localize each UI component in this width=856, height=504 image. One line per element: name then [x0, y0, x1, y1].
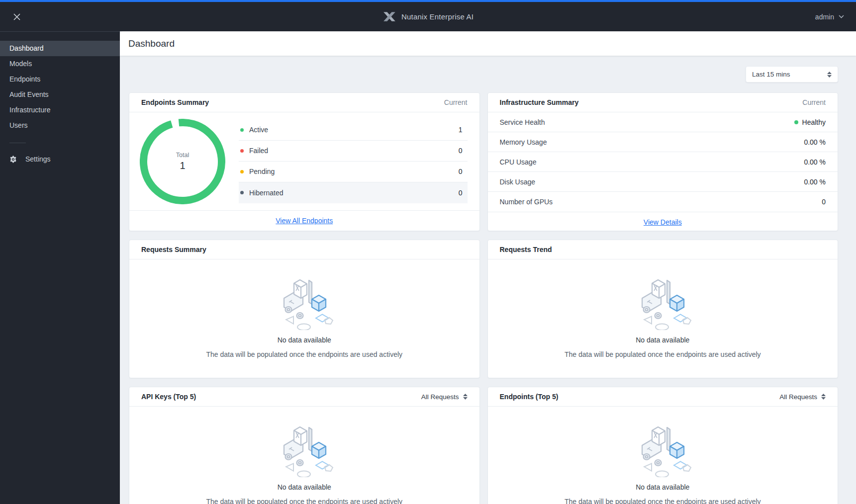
brand: Nutanix Enterprise AI: [382, 11, 474, 22]
donut-total-label: Total: [176, 152, 189, 159]
endpoints-top-filter-value: All Requests: [779, 393, 817, 401]
legend-row-active: Active 1: [239, 120, 468, 141]
info-value: 0.00 %: [804, 178, 826, 186]
legend-label: Hibernated: [249, 189, 284, 197]
legend-label: Pending: [249, 168, 275, 175]
user-name: admin: [815, 13, 834, 21]
sidebar-item-users[interactable]: Users: [0, 118, 120, 133]
endpoints-top-title: Endpoints (Top 5): [500, 393, 559, 401]
select-arrows-icon: [821, 394, 826, 400]
no-data-illustration: [272, 419, 337, 477]
api-keys-filter-select[interactable]: All Requests: [421, 393, 468, 401]
app-header: Nutanix Enterprise AI admin: [0, 2, 856, 31]
main-panel: Dashboard Last 15 mins Endpoints Summary…: [120, 31, 856, 504]
empty-state-subtitle: The data will be populated once the endp…: [206, 498, 402, 504]
sidebar-item-infrastructure[interactable]: Infrastructure: [0, 102, 120, 118]
legend-value: 0: [459, 168, 463, 175]
disk-usage-row: Disk Usage 0.00 %: [488, 172, 838, 192]
memory-usage-row: Memory Usage 0.00 %: [488, 132, 838, 152]
failed-dot: [240, 149, 244, 153]
info-label: Service Health: [500, 118, 545, 126]
service-health-row: Service Health Healthy: [488, 112, 838, 132]
gear-icon: [9, 156, 17, 163]
requests-trend-title: Requests Trend: [500, 246, 552, 253]
donut-total-value: 1: [176, 160, 189, 171]
requests-trend-card: Requests Trend No data available The dat…: [487, 240, 839, 378]
endpoints-legend: Active 1 Failed 0 Pending: [239, 120, 468, 203]
legend-value: 0: [459, 147, 463, 155]
infrastructure-summary-column: Current: [802, 98, 826, 106]
cpu-usage-row: CPU Usage 0.00 %: [488, 152, 838, 172]
empty-state-title: No data available: [636, 483, 689, 491]
legend-value: 0: [459, 189, 463, 197]
info-label: Disk Usage: [500, 178, 536, 186]
api-keys-card: API Keys (Top 5) All Requests No data av…: [129, 387, 480, 504]
view-all-endpoints-link[interactable]: View All Endpoints: [276, 217, 333, 225]
sidebar-item-endpoints[interactable]: Endpoints: [0, 72, 120, 87]
content-area: Last 15 mins Endpoints Summary Current: [120, 56, 856, 504]
time-range-value: Last 15 mins: [752, 71, 790, 78]
gpus-row: Number of GPUs 0: [488, 192, 838, 212]
info-value: Healthy: [802, 118, 826, 126]
sidebar-item-models[interactable]: Models: [0, 56, 120, 72]
legend-row-failed: Failed 0: [239, 141, 468, 162]
info-value: 0.00 %: [804, 158, 826, 166]
pending-dot: [240, 170, 244, 173]
endpoints-donut-chart: Total 1: [137, 119, 228, 204]
endpoints-top-filter-select[interactable]: All Requests: [779, 393, 826, 401]
sidebar: Dashboard Models Endpoints Audit Events …: [0, 31, 120, 504]
legend-label: Active: [249, 126, 268, 134]
select-arrows-icon: [827, 72, 832, 78]
api-keys-title: API Keys (Top 5): [141, 393, 196, 401]
sidebar-item-dashboard[interactable]: Dashboard: [0, 41, 120, 56]
info-value: 0.00 %: [804, 138, 826, 146]
sidebar-item-audit-events[interactable]: Audit Events: [0, 87, 120, 102]
legend-row-hibernated: Hibernated 0: [239, 182, 468, 203]
info-label: CPU Usage: [500, 158, 537, 166]
info-value: 0: [822, 198, 826, 206]
chevron-down-icon: [839, 15, 844, 18]
empty-state-title: No data available: [278, 483, 331, 491]
view-details-link[interactable]: View Details: [644, 218, 682, 226]
empty-state-subtitle: The data will be populated once the endp…: [565, 350, 761, 358]
time-range-select[interactable]: Last 15 mins: [746, 66, 838, 83]
requests-summary-title: Requests Summary: [141, 246, 206, 253]
empty-state-title: No data available: [278, 336, 331, 344]
no-data-illustration: [630, 419, 695, 477]
info-label: Number of GPUs: [500, 198, 553, 206]
select-arrows-icon: [463, 394, 468, 400]
endpoints-top-card: Endpoints (Top 5) All Requests No data a…: [487, 387, 839, 504]
nutanix-logo-icon: [382, 11, 396, 22]
page-title: Dashboard: [128, 38, 175, 49]
sidebar-item-settings[interactable]: Settings: [0, 155, 120, 163]
empty-state-title: No data available: [636, 336, 689, 344]
no-data-illustration: [630, 271, 695, 330]
empty-state-subtitle: The data will be populated once the endp…: [565, 498, 761, 504]
user-menu[interactable]: admin: [815, 13, 844, 21]
hibernated-dot: [240, 191, 244, 194]
legend-row-pending: Pending 0: [239, 162, 468, 182]
settings-label: Settings: [25, 155, 51, 163]
endpoints-summary-title: Endpoints Summary: [141, 98, 209, 106]
active-dot: [240, 128, 244, 132]
sidebar-nav: Dashboard Models Endpoints Audit Events …: [0, 32, 120, 133]
api-keys-filter-value: All Requests: [421, 393, 459, 401]
endpoints-summary-card: Endpoints Summary Current Total 1: [129, 92, 480, 231]
page-titlebar: Dashboard: [120, 31, 856, 56]
healthy-dot: [794, 120, 798, 124]
requests-summary-card: Requests Summary No data available The d…: [129, 240, 480, 378]
endpoints-summary-column: Current: [444, 98, 468, 106]
close-icon[interactable]: [12, 12, 22, 22]
infrastructure-summary-title: Infrastructure Summary: [500, 98, 579, 106]
infrastructure-summary-card: Infrastructure Summary Current Service H…: [487, 92, 839, 231]
no-data-illustration: [272, 271, 337, 330]
empty-state-subtitle: The data will be populated once the endp…: [206, 350, 402, 358]
sidebar-divider: [9, 143, 26, 143]
info-label: Memory Usage: [500, 138, 547, 146]
legend-label: Failed: [249, 147, 268, 155]
legend-value: 1: [459, 126, 463, 134]
app-title: Nutanix Enterprise AI: [401, 12, 474, 21]
